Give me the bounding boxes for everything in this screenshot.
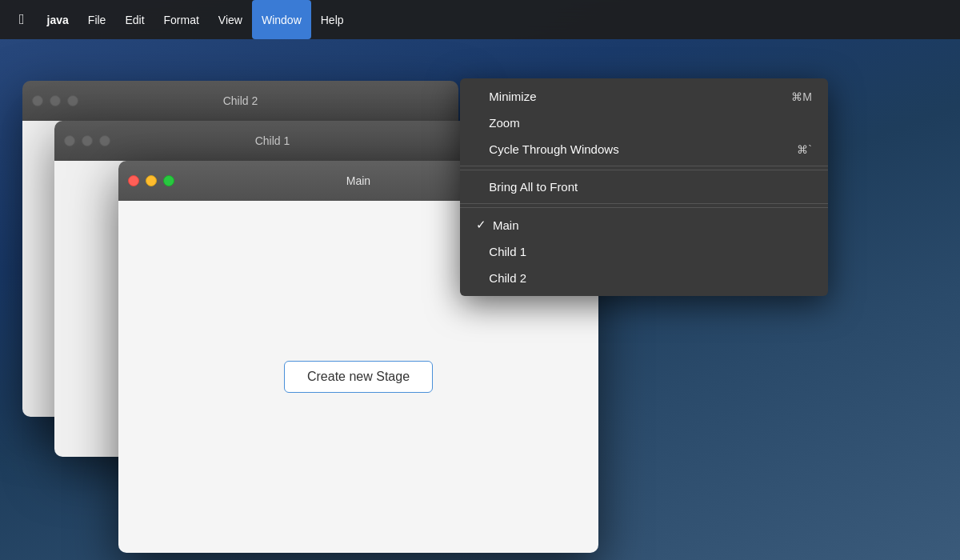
close-button-child2[interactable] — [32, 95, 43, 106]
close-button-main[interactable] — [128, 175, 139, 186]
window-main-title: Main — [346, 174, 370, 187]
menu-item-minimize[interactable]: Minimize ⌘M — [460, 83, 828, 110]
menu-item-child1[interactable]: Child 1 — [460, 238, 828, 265]
traffic-lights-child2 — [32, 95, 78, 106]
maximize-button-child1[interactable] — [99, 135, 110, 146]
menu-item-child2[interactable]: Child 2 — [460, 265, 828, 291]
menubar-help[interactable]: Help — [311, 0, 354, 39]
checkmark-main: ✓ — [476, 218, 486, 232]
window-child1-titlebar: Child 1 — [54, 121, 490, 161]
menubar:  java File Edit Format View Window Help — [0, 0, 960, 39]
menu-item-zoom[interactable]: Zoom — [460, 110, 828, 136]
menu-item-cycle[interactable]: Cycle Through Windows ⌘` — [460, 136, 828, 166]
maximize-button-main[interactable] — [163, 175, 174, 186]
maximize-button-child2[interactable] — [67, 95, 78, 106]
menu-item-bring-all[interactable]: Bring All to Front — [460, 170, 828, 204]
menu-label-child1: Child 1 — [489, 245, 526, 258]
menu-label-zoom: Zoom — [489, 116, 519, 130]
menu-shortcut-cycle: ⌘` — [797, 143, 812, 156]
window-child2-title: Child 2 — [223, 94, 258, 107]
window-menu-dropdown: Minimize ⌘M Zoom Cycle Through Windows ⌘… — [460, 78, 828, 296]
menubar-view[interactable]: View — [209, 0, 252, 39]
menu-label-main: Main — [493, 218, 519, 232]
apple-menu-item[interactable]:  — [10, 0, 34, 39]
menu-label-bring-all: Bring All to Front — [489, 180, 578, 194]
traffic-lights-main — [128, 175, 174, 186]
traffic-lights-child1 — [64, 135, 110, 146]
menu-label-child2: Child 2 — [489, 271, 526, 285]
menubar-window[interactable]: Window — [252, 0, 311, 39]
menubar-java[interactable]: java — [38, 0, 78, 39]
menubar-edit[interactable]: Edit — [115, 0, 154, 39]
menu-label-cycle: Cycle Through Windows — [489, 142, 618, 156]
menubar-format[interactable]: Format — [154, 0, 209, 39]
desktop: Child 2 Child 1 Main Create new Stage — [0, 39, 960, 560]
window-child1-title: Child 1 — [255, 134, 290, 147]
menubar-file[interactable]: File — [78, 0, 116, 39]
menu-label-minimize: Minimize — [489, 90, 536, 103]
menu-item-main[interactable]: ✓ Main — [460, 207, 828, 238]
minimize-button-main[interactable] — [146, 175, 157, 186]
menu-shortcut-minimize: ⌘M — [791, 90, 812, 103]
close-button-child1[interactable] — [64, 135, 75, 146]
minimize-button-child2[interactable] — [50, 95, 61, 106]
minimize-button-child1[interactable] — [82, 135, 93, 146]
window-child2-titlebar: Child 2 — [22, 81, 458, 121]
create-stage-button[interactable]: Create new Stage — [284, 361, 433, 393]
